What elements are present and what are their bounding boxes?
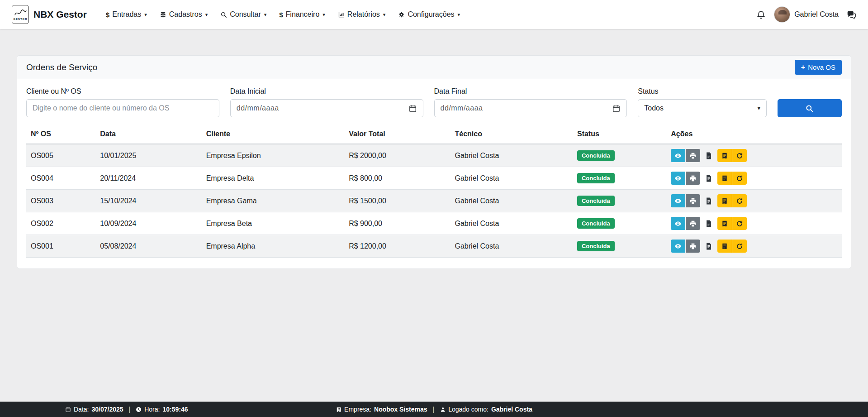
printer-icon bbox=[689, 243, 697, 250]
cell-total-value: R$ 800,00 bbox=[344, 167, 450, 190]
status-select[interactable]: Todos ▾ bbox=[638, 99, 767, 117]
cell-total-value: R$ 1500,00 bbox=[344, 190, 450, 212]
view-print-group bbox=[671, 172, 700, 185]
cell-os-number: OS005 bbox=[26, 144, 95, 167]
column-header: Ações bbox=[666, 125, 842, 144]
cell-actions bbox=[666, 190, 842, 212]
print-button[interactable] bbox=[686, 194, 700, 207]
invoice-button[interactable] bbox=[703, 172, 714, 185]
nav-menu-cadastros[interactable]: Cadastros ▾ bbox=[154, 7, 213, 22]
footer-company-label: Empresa: bbox=[344, 406, 371, 413]
table-row: OS003 15/10/2024 Empresa Gama R$ 1500,00… bbox=[26, 190, 842, 212]
status-badge: Concluida bbox=[577, 241, 615, 251]
reopen-button[interactable] bbox=[732, 149, 747, 162]
row-actions bbox=[671, 217, 837, 230]
nav-menu-entradas[interactable]: $ Entradas ▾ bbox=[100, 7, 152, 22]
reopen-button[interactable] bbox=[732, 194, 747, 207]
filter-status: Status Todos ▾ bbox=[638, 87, 767, 117]
avatar bbox=[774, 6, 790, 23]
chevron-down-icon: ▾ bbox=[264, 12, 267, 18]
layers-icon bbox=[160, 11, 166, 18]
invoice-button[interactable] bbox=[703, 240, 714, 253]
notifications-button[interactable] bbox=[756, 10, 766, 19]
cell-os-number: OS003 bbox=[26, 190, 95, 212]
nav-menu-consultar[interactable]: Consultar ▾ bbox=[215, 7, 272, 22]
print-button[interactable] bbox=[686, 172, 700, 185]
person-icon bbox=[440, 407, 446, 412]
cell-technician: Gabriel Costa bbox=[451, 212, 573, 235]
print-button[interactable] bbox=[686, 149, 700, 162]
cell-client: Empresa Alpha bbox=[202, 235, 345, 258]
eye-icon bbox=[674, 197, 682, 205]
cell-os-number: OS002 bbox=[26, 212, 95, 235]
view-print-group bbox=[671, 240, 700, 253]
nav-menu-configuracoes[interactable]: Configurações ▾ bbox=[393, 7, 465, 22]
footer-logged-label: Logado como: bbox=[448, 406, 489, 413]
view-button[interactable] bbox=[671, 172, 685, 185]
file-invoice-icon bbox=[705, 220, 713, 228]
cell-status: Concluida bbox=[573, 190, 666, 212]
service-orders-card: Ordens de Serviço + Nova OS Cliente ou N… bbox=[17, 55, 851, 269]
receipt-button[interactable] bbox=[717, 172, 732, 185]
orders-table: Nº OSDataClienteValor TotalTécnicoStatus… bbox=[26, 125, 842, 258]
cell-actions bbox=[666, 144, 842, 167]
date-end-input[interactable]: dd/mm/aaaa bbox=[434, 99, 627, 117]
receipt-button[interactable] bbox=[717, 194, 732, 207]
view-print-group bbox=[671, 194, 700, 207]
calendar-icon[interactable] bbox=[408, 104, 417, 113]
row-actions bbox=[671, 172, 837, 185]
main-content: Ordens de Serviço + Nova OS Cliente ou N… bbox=[0, 29, 868, 402]
receipt-icon bbox=[721, 175, 728, 182]
file-invoice-icon bbox=[705, 174, 713, 182]
user-menu[interactable]: Gabriel Costa bbox=[774, 6, 839, 23]
footer-separator: | bbox=[433, 406, 435, 413]
cell-technician: Gabriel Costa bbox=[451, 144, 573, 167]
receipt-redo-group bbox=[717, 194, 747, 207]
date-end-placeholder: dd/mm/aaaa bbox=[441, 104, 483, 112]
new-os-button[interactable]: + Nova OS bbox=[795, 60, 842, 75]
calendar-icon[interactable] bbox=[612, 104, 621, 113]
receipt-button[interactable] bbox=[717, 149, 732, 162]
view-button[interactable] bbox=[671, 194, 685, 207]
status-filter-label: Status bbox=[638, 87, 767, 96]
table-row: OS002 10/09/2024 Empresa Beta R$ 900,00 … bbox=[26, 212, 842, 235]
invoice-button[interactable] bbox=[703, 217, 714, 230]
search-button[interactable] bbox=[778, 99, 842, 117]
receipt-button[interactable] bbox=[717, 217, 732, 230]
view-button[interactable] bbox=[671, 149, 685, 162]
reopen-button[interactable] bbox=[732, 217, 747, 230]
filter-client: Cliente ou Nº OS bbox=[26, 87, 219, 117]
cell-total-value: R$ 900,00 bbox=[344, 212, 450, 235]
redo-icon bbox=[736, 152, 743, 159]
new-os-label: Nova OS bbox=[808, 63, 835, 71]
reopen-button[interactable] bbox=[732, 172, 747, 185]
client-search-input[interactable] bbox=[26, 99, 219, 117]
invoice-button[interactable] bbox=[703, 149, 714, 162]
column-header: Nº OS bbox=[26, 125, 95, 144]
column-header: Valor Total bbox=[344, 125, 450, 144]
column-header: Data bbox=[95, 125, 201, 144]
nav-menu-relatorios[interactable]: Relatórios ▾ bbox=[332, 7, 391, 22]
view-button[interactable] bbox=[671, 240, 685, 253]
receipt-button[interactable] bbox=[717, 240, 732, 253]
footer-left: Data: 30/07/2025 | Hora: 10:59:46 bbox=[65, 406, 188, 413]
cell-os-number: OS004 bbox=[26, 167, 95, 190]
reopen-button[interactable] bbox=[732, 240, 747, 253]
view-print-group bbox=[671, 217, 700, 230]
printer-icon bbox=[689, 175, 697, 182]
messages-button[interactable] bbox=[847, 10, 856, 19]
print-button[interactable] bbox=[686, 217, 700, 230]
redo-icon bbox=[736, 197, 743, 205]
footer-time-value: 10:59:46 bbox=[162, 406, 188, 413]
receipt-icon bbox=[721, 152, 728, 159]
status-badge: Concluida bbox=[577, 150, 615, 161]
brand[interactable]: GESTOR NBX Gestor bbox=[12, 5, 87, 24]
date-start-input[interactable]: dd/mm/aaaa bbox=[230, 99, 423, 117]
view-button[interactable] bbox=[671, 217, 685, 230]
table-row: OS001 05/08/2024 Empresa Alpha R$ 1200,0… bbox=[26, 235, 842, 258]
invoice-button[interactable] bbox=[703, 194, 714, 207]
page-title: Ordens de Serviço bbox=[26, 62, 97, 72]
print-button[interactable] bbox=[686, 240, 700, 253]
nav-menu-financeiro[interactable]: $ Financeiro ▾ bbox=[274, 7, 331, 22]
cell-status: Concluida bbox=[573, 144, 666, 167]
